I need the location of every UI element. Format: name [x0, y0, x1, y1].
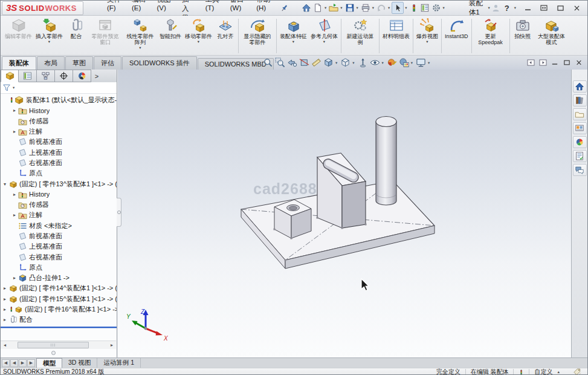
mate-button[interactable]: 配合 [65, 17, 88, 44]
propertymanager-tab[interactable] [19, 70, 37, 82]
linear-component-pattern-button[interactable]: 线性零部件阵列▾ [123, 17, 158, 50]
visibility-eye-icon[interactable] [369, 57, 381, 68]
select-caret[interactable]: ▾ [405, 5, 407, 10]
help-caret[interactable]: ▾ [514, 5, 516, 10]
previous-tab-button[interactable]: ◀ [10, 359, 18, 367]
view-orientation-icon[interactable] [323, 57, 334, 68]
maximize-button[interactable] [554, 2, 566, 13]
tree-item-top-plane[interactable]: 上视基准面 [1, 147, 117, 157]
filter-caret[interactable]: ▾ [13, 85, 15, 90]
scroll-right-arrow[interactable]: ▸ [108, 341, 116, 349]
tab-model[interactable]: 模型 [36, 358, 62, 368]
home-button[interactable] [301, 2, 312, 13]
help-icon[interactable]: ? [505, 4, 509, 13]
exploded-view-button[interactable]: 爆炸视图▾ [415, 17, 440, 44]
scroll-left-arrow[interactable]: ◂ [1, 341, 9, 349]
rollback-bar[interactable] [1, 327, 117, 328]
smart-fasteners-button[interactable]: 智能扣件 [158, 17, 183, 44]
dock-left-icon[interactable] [526, 58, 535, 67]
tree-item-annotations[interactable]: ▸注解 [1, 210, 117, 220]
tree-item-front-plane[interactable]: 前视基准面 [1, 137, 117, 147]
tree-item-sensors[interactable]: 传感器 [1, 116, 117, 126]
stretch-window-button[interactable] [538, 2, 550, 13]
previous-view-icon[interactable] [286, 57, 298, 68]
file-explorer-icon[interactable] [573, 108, 587, 120]
show-hidden-components-button[interactable]: 显示隐藏的零部件 [240, 17, 275, 50]
rebuild-button[interactable] [409, 3, 419, 13]
tree-item-sensors[interactable]: 传感器 [1, 200, 117, 210]
status-custom-caret[interactable]: ▴ [557, 370, 560, 374]
new-caret[interactable]: ▾ [325, 5, 326, 10]
edit-appearance-icon[interactable] [386, 57, 398, 68]
tree-item-top-plane[interactable]: 上视基准面 [1, 241, 117, 252]
next-tab-button[interactable]: ▶ [19, 359, 27, 367]
doc-close-button[interactable] [574, 58, 584, 67]
filter-funnel-icon[interactable] [2, 83, 11, 92]
doc-restore-button[interactable] [562, 58, 572, 67]
login-person-icon[interactable] [491, 4, 500, 13]
tab-evaluate[interactable]: 评估 [94, 56, 121, 70]
tab-motion-study-1[interactable]: 运动算例 1 [97, 358, 141, 368]
tree-item-boss-extrude[interactable]: ▸凸台-拉伸1 -> [1, 273, 117, 283]
minimize-button[interactable] [522, 2, 534, 13]
pin-menu-icon[interactable] [280, 4, 289, 13]
displaymanager-tab[interactable] [73, 70, 91, 82]
tree-horizontal-scrollbar[interactable]: ◂ ▸ [1, 341, 116, 349]
apply-scene-caret[interactable]: ▾ [411, 60, 413, 65]
tree-item-history[interactable]: ▸History [1, 189, 117, 200]
status-traffic-light-icon[interactable] [519, 369, 524, 375]
undo-button[interactable] [376, 2, 387, 13]
doc-minimize-button[interactable] [550, 58, 560, 67]
select-cursor-button[interactable] [392, 2, 404, 14]
tree-item-assembly-root[interactable]: 装配体1 (默认<默认_显示状态-1>) [1, 95, 117, 105]
tree-item-part15[interactable]: ▸(固定) [ 零件15^装配体1 ]<1> -> ( [1, 294, 117, 304]
tags-icon[interactable] [573, 368, 581, 375]
first-tab-button[interactable]: ◀ [2, 359, 10, 367]
measure-icon[interactable] [311, 57, 322, 68]
tree-item-part13[interactable]: ▾(固定) [ 零件13^装配体1 ]<1> -> ( [1, 178, 117, 189]
custom-properties-icon[interactable] [573, 150, 587, 162]
options-caret[interactable]: ▾ [443, 5, 445, 10]
tree-item-mates[interactable]: ▸配合 [1, 315, 117, 325]
update-speedpak-button[interactable]: 更新 Speedpak [473, 17, 508, 50]
tab-3d-views[interactable]: 3D 视图 [62, 358, 97, 368]
options-button[interactable] [431, 2, 442, 13]
document-title[interactable]: 装配体1 ▾ [469, 0, 491, 17]
open-caret[interactable]: ▾ [340, 5, 342, 10]
tree-item-origin[interactable]: 原点 [1, 262, 117, 273]
status-custom[interactable]: 自定义 [534, 368, 552, 375]
zoom-to-area-icon[interactable] [274, 57, 286, 68]
doc-title-caret[interactable]: ▾ [488, 5, 490, 10]
tree-item-front-plane[interactable]: 前视基准面 [1, 231, 117, 241]
insert-components-button[interactable]: 插入零部件▾ [34, 17, 65, 44]
tree-item-origin[interactable]: 原点 [1, 168, 117, 178]
panel-tabs-expand-button[interactable]: > [91, 70, 102, 82]
hole-alignment-button[interactable]: 孔对齐 [214, 17, 237, 44]
dimxpertmanager-tab[interactable] [55, 70, 73, 82]
section-view-icon[interactable] [299, 57, 310, 68]
view-settings-caret[interactable]: ▾ [428, 60, 430, 65]
large-assembly-mode-button[interactable]: 大型装配体模式 [534, 17, 569, 50]
move-component-button[interactable]: 移动零部件▾ [183, 17, 214, 44]
panel-collapse-handle[interactable] [117, 198, 121, 227]
tab-assembly[interactable]: 装配体 [2, 56, 36, 70]
last-tab-button[interactable]: ▶ [27, 359, 35, 367]
display-style-caret[interactable]: ▾ [352, 60, 354, 65]
visibility-caret[interactable]: ▾ [382, 60, 384, 65]
file-properties-button[interactable] [419, 2, 430, 13]
scrollbar-thumb[interactable] [18, 342, 89, 348]
open-document-button[interactable] [328, 2, 339, 13]
tree-item-annotations[interactable]: ▸注解 [1, 126, 117, 137]
close-button[interactable] [570, 2, 583, 13]
design-library-icon[interactable] [573, 94, 587, 106]
take-snapshot-button[interactable]: 拍快照 [511, 17, 534, 44]
tree-item-material[interactable]: 材质 <未指定> [1, 221, 117, 231]
tab-solidworks-addins[interactable]: SOLIDWORKS 插件 [122, 56, 197, 70]
save-caret[interactable]: ▾ [357, 5, 358, 10]
solidworks-forum-icon[interactable] [573, 164, 587, 176]
tree-item-history[interactable]: ▸History [1, 105, 117, 116]
new-motion-study-button[interactable]: 新建运动算例 [343, 17, 378, 50]
scrollbar-track[interactable] [9, 341, 108, 349]
hide-show-items-icon[interactable] [357, 57, 369, 68]
instant3d-button[interactable]: Instant3D [443, 17, 470, 44]
